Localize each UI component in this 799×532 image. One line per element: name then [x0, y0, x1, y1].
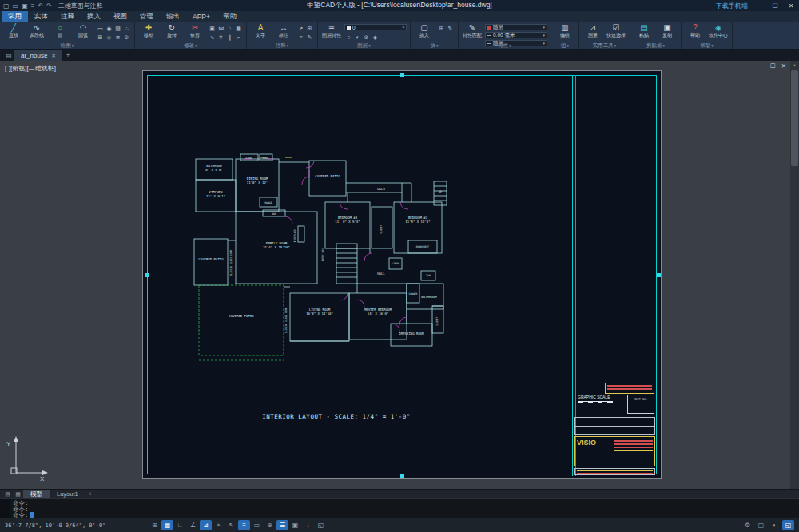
layer-isolate-icon[interactable]: ◈ — [371, 33, 380, 42]
osnap-toggle-icon[interactable]: ⊿ — [200, 520, 212, 530]
ribbon-tab-solid[interactable]: 实体 — [28, 11, 54, 22]
group-label-modify[interactable]: 修改▾ — [135, 42, 246, 49]
ribbon-tab-view[interactable]: 视图 — [107, 11, 133, 22]
ribbon-tab-app[interactable]: APP+ — [186, 11, 217, 22]
isolate-objects-icon[interactable]: ◐ — [769, 520, 781, 530]
explode-icon[interactable]: ⌐ — [234, 33, 243, 42]
group-label-block[interactable]: 块▾ — [411, 42, 458, 49]
new-tab-button[interactable]: + — [62, 50, 74, 61]
full-screen-icon[interactable]: ◱ — [782, 520, 794, 530]
snap-toggle-icon[interactable]: ⊞ — [149, 520, 161, 530]
drawing-home-icon[interactable]: ▤ — [3, 50, 14, 61]
redo-icon[interactable]: ↷ — [46, 2, 52, 10]
layout-list-icon[interactable]: ▤ — [2, 490, 13, 498]
lineweight-toggle-icon[interactable]: ▭ — [251, 520, 263, 530]
offset-icon[interactable]: ∥ — [225, 33, 234, 42]
ducs-toggle-icon[interactable]: ↖ — [225, 520, 237, 530]
line-tool[interactable]: ╱ 直线 — [3, 23, 24, 38]
maximize-button[interactable]: ☐ — [770, 2, 780, 10]
paste-tool[interactable]: ▤ 粘贴 — [634, 23, 654, 38]
scroll-up-icon[interactable]: ▲ — [790, 61, 799, 69]
group-label-utilities[interactable]: 实用工具▾ — [579, 42, 630, 49]
doc-minimize-icon[interactable]: ─ — [761, 62, 765, 69]
viewport-grip[interactable] — [400, 474, 404, 478]
new-file-icon[interactable]: ▢ — [3, 2, 10, 10]
table-icon[interactable]: ⊞ — [96, 33, 105, 42]
download-mobile-link[interactable]: 下载手机端 — [716, 2, 748, 10]
otrack-toggle-icon[interactable]: ⌖ — [213, 520, 225, 530]
arc-tool[interactable]: ◠ 圆弧 — [73, 23, 93, 38]
trim-tool[interactable]: ✂ 修剪 — [185, 23, 205, 38]
annotation-scale-icon[interactable]: ▢ — [755, 520, 767, 530]
fillet-icon[interactable]: ◝ — [225, 24, 234, 33]
group-tool[interactable]: ▥ 编组 — [555, 23, 575, 38]
copy-clip-tool[interactable]: ▣ 复制 — [657, 23, 678, 38]
units-toggle-icon[interactable]: ↓ — [302, 520, 314, 530]
mtext-icon[interactable]: ≡ — [296, 33, 305, 42]
measure-tool[interactable]: ⊿ 测量 — [582, 23, 603, 38]
doc-close-icon[interactable]: ✕ — [781, 62, 786, 69]
erase-icon[interactable]: ✕ — [217, 33, 225, 42]
ribbon-tab-insert[interactable]: 插入 — [81, 11, 107, 22]
group-label-help[interactable]: 帮助▾ — [682, 42, 732, 49]
viewport-controls[interactable]: [-][俯视][二维线框] — [5, 64, 56, 73]
layer-on-icon[interactable]: ○ — [344, 33, 353, 42]
ribbon-tab-manage[interactable]: 管理 — [133, 11, 160, 22]
paper-sheet[interactable]: BATHROOM 8' X 4'8" KITCHEN 12' X 9'1" DI… — [142, 70, 662, 479]
donut-icon[interactable]: ⊙ — [122, 33, 131, 42]
quick-select-tool[interactable]: ☑ 快速选择 — [606, 23, 626, 38]
create-block-icon[interactable]: ⊞ — [437, 24, 446, 33]
ellipse-icon[interactable]: ◉ — [105, 24, 113, 33]
tab-layout1[interactable]: Layout1 — [50, 490, 85, 498]
rectangle-icon[interactable]: ▭ — [96, 24, 105, 33]
rotate-tool[interactable]: ↻ 旋转 — [161, 23, 182, 38]
mirror-icon[interactable]: ⋈ — [217, 24, 225, 33]
tab-model[interactable]: 模型 — [23, 490, 50, 498]
add-layout-button[interactable]: + — [85, 490, 96, 498]
hatch-icon[interactable]: ▨ — [113, 24, 122, 33]
plot-icon[interactable]: ≡ — [31, 2, 35, 10]
minimize-button[interactable]: ─ — [754, 2, 764, 10]
polygon-icon[interactable]: ◇ — [105, 33, 113, 42]
group-label-group[interactable]: 组▾ — [551, 42, 578, 49]
insert-block-tool[interactable]: ▢ 插入 — [414, 23, 435, 38]
array-icon[interactable]: ▦ — [234, 24, 243, 33]
layout-grid-icon[interactable]: ▦ — [13, 490, 23, 498]
group-label-annotate[interactable]: 注释▾ — [247, 42, 317, 49]
circle-tool[interactable]: ○ 圆 — [50, 23, 70, 38]
workspace-selector[interactable]: 二维草图与注释 — [58, 2, 103, 10]
ribbon-tab-output[interactable]: 输出 — [160, 11, 186, 22]
viewport-grip[interactable] — [145, 273, 149, 277]
match-properties-tool[interactable]: ✎ 特性匹配 — [462, 23, 483, 38]
layer-lock-icon[interactable]: ⊘ — [362, 33, 371, 42]
cycle-toggle-icon[interactable]: ☰ — [276, 520, 288, 530]
undo-icon[interactable]: ↶ — [38, 2, 43, 10]
group-label-layers[interactable]: 图层▾ — [318, 42, 410, 49]
drawing-area[interactable]: [-][俯视][二维线框] ─ ☐ ✕ — [0, 61, 799, 489]
move-tool[interactable]: ✚ 移动 — [138, 23, 159, 38]
group-label-draw[interactable]: 绘图▾ — [0, 42, 134, 49]
polyline-tool[interactable]: ∿ 多段线 — [26, 23, 47, 38]
color-select[interactable]: 随层 ▾ — [485, 24, 547, 30]
viewport-grip[interactable] — [400, 73, 404, 77]
close-tab-icon[interactable]: ✕ — [51, 53, 56, 59]
leader-icon[interactable]: ↗ — [296, 24, 305, 33]
doc-restore-icon[interactable]: ☐ — [770, 62, 776, 69]
copy-icon[interactable]: ▣ — [208, 24, 217, 33]
ortho-toggle-icon[interactable]: ∟ — [174, 520, 186, 530]
edit-text-icon[interactable]: ✎ — [305, 33, 314, 42]
viewport-grip[interactable] — [657, 273, 661, 277]
vertical-scrollbar[interactable]: ▲ — [790, 61, 799, 489]
dimension-tool[interactable]: ↔ 标注 — [273, 23, 294, 38]
spline-icon[interactable]: ≋ — [113, 33, 122, 42]
close-button[interactable]: ✕ — [786, 2, 796, 10]
layer-properties-tool[interactable]: ≣ 图层特性 — [321, 23, 342, 38]
edit-block-icon[interactable]: ✎ — [446, 24, 455, 33]
ribbon-tab-annotate[interactable]: 注释 — [54, 11, 81, 22]
app-center-tool[interactable]: ◈ 软件中心 — [708, 23, 729, 38]
workspace-switch-icon[interactable]: ⚙ — [741, 520, 753, 530]
lineweight-select[interactable]: 0.00 毫米 ▾ — [485, 32, 547, 38]
annotation-toggle-icon[interactable]: ▣ — [289, 520, 301, 530]
ribbon-tab-help[interactable]: 帮助 — [217, 11, 243, 22]
scale-icon[interactable]: ↘ — [208, 33, 217, 42]
